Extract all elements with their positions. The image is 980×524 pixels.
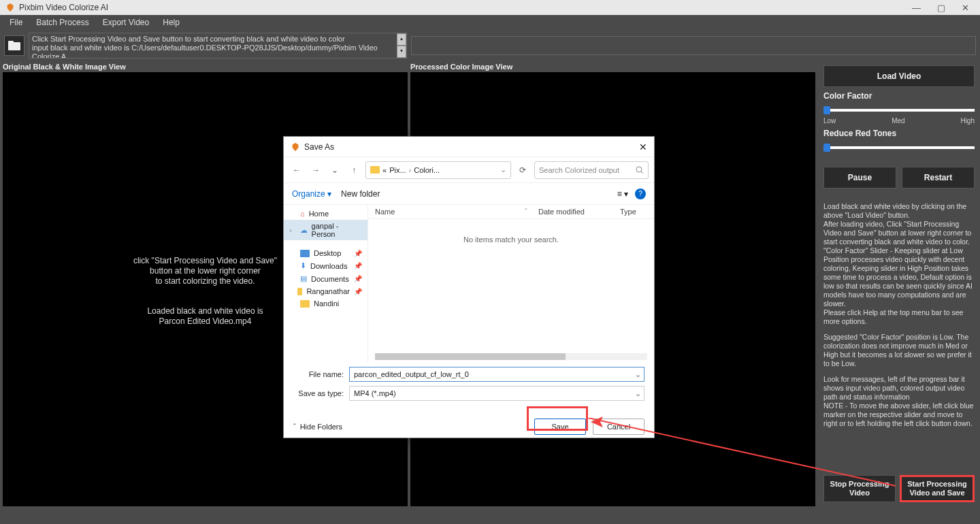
filename-input[interactable]: parcon_edited_output_cf_low_rt_0⌄ bbox=[349, 367, 644, 382]
load-video-button[interactable]: Load Video bbox=[823, 65, 975, 87]
folder-icon bbox=[8, 41, 20, 50]
search-input[interactable]: Search Colorized output bbox=[534, 161, 649, 179]
tree-downloads[interactable]: ⬇Downloads📌 bbox=[284, 259, 368, 272]
dialog-icon bbox=[291, 142, 300, 152]
crumb-1[interactable]: Pix... bbox=[389, 166, 406, 174]
reduce-red-slider[interactable] bbox=[823, 146, 975, 149]
search-placeholder: Search Colorized output bbox=[539, 166, 619, 174]
menu-help[interactable]: Help bbox=[156, 16, 186, 29]
open-file-button[interactable] bbox=[4, 35, 24, 56]
reduce-red-thumb[interactable] bbox=[823, 144, 830, 152]
empty-message: No items match your search. bbox=[368, 219, 654, 353]
download-icon: ⬇ bbox=[300, 261, 306, 270]
color-factor-slider[interactable] bbox=[823, 109, 975, 112]
folder-icon bbox=[297, 288, 303, 295]
pin-icon: 📌 bbox=[354, 262, 362, 269]
restart-button[interactable]: Restart bbox=[902, 167, 975, 189]
svg-point-2 bbox=[636, 167, 642, 172]
cloud-icon: ☁ bbox=[300, 226, 308, 235]
tree-documents[interactable]: ▤Documents📌 bbox=[284, 272, 368, 285]
dialog-close-button[interactable]: ✕ bbox=[639, 142, 647, 152]
organize-menu[interactable]: Organize ▾ bbox=[292, 189, 331, 199]
desktop-icon bbox=[300, 250, 310, 257]
svg-rect-1 bbox=[8, 41, 14, 44]
document-icon: ▤ bbox=[300, 274, 307, 283]
processed-view-title: Processed Color Image View bbox=[410, 61, 815, 72]
file-list: Name ˆ Date modified Type No items match… bbox=[368, 205, 654, 363]
horizontal-scrollbar[interactable] bbox=[375, 353, 647, 360]
toolbar: Click Start Processing Video and Save bu… bbox=[0, 30, 980, 61]
menu-batch[interactable]: Batch Process bbox=[29, 16, 95, 29]
col-date[interactable]: Date modified bbox=[538, 208, 620, 216]
status-line-1: Click Start Processing Video and Save bu… bbox=[32, 35, 404, 44]
cancel-button[interactable]: Cancel bbox=[593, 419, 644, 435]
home-icon: ⌂ bbox=[300, 210, 305, 218]
menubar: File Batch Process Export Video Help bbox=[0, 15, 980, 30]
progress-input[interactable] bbox=[411, 36, 976, 55]
pin-icon: 📌 bbox=[354, 250, 362, 257]
filename-label: File name: bbox=[293, 370, 349, 378]
chevron-down-icon[interactable]: ⌄ bbox=[635, 370, 641, 379]
app-title: Pixbim Video Colorize AI bbox=[19, 3, 108, 12]
titlebar: Pixbim Video Colorize AI — ▢ ✕ bbox=[0, 0, 980, 15]
nav-up-button[interactable]: ↑ bbox=[346, 163, 361, 178]
status-line-2: input black and white video is C:/Users/… bbox=[32, 44, 404, 59]
help-text-1: Load black and white video by clicking o… bbox=[823, 202, 975, 326]
folder-icon bbox=[300, 300, 310, 308]
pause-button[interactable]: Pause bbox=[823, 167, 896, 189]
original-view-title: Original Black & White Image View bbox=[3, 61, 408, 72]
hide-folders-button[interactable]: ˆ Hide Folders bbox=[293, 423, 342, 431]
new-folder-button[interactable]: New folder bbox=[341, 189, 380, 199]
nav-back-button[interactable]: ← bbox=[289, 163, 304, 178]
col-type[interactable]: Type bbox=[620, 208, 647, 216]
tree-ranga[interactable]: Ranganathar📌 bbox=[284, 285, 368, 297]
sort-indicator-icon: ˆ bbox=[525, 208, 538, 216]
crumb-prefix: « bbox=[382, 166, 387, 174]
tree-desktop[interactable]: Desktop📌 bbox=[284, 247, 368, 259]
tree-personal[interactable]: ›☁ganpal - Person bbox=[284, 220, 368, 240]
start-processing-button[interactable]: Start Processing Video and Save bbox=[900, 475, 975, 502]
search-icon bbox=[636, 166, 644, 174]
folder-icon bbox=[370, 166, 380, 174]
status-message-box: Click Start Processing Video and Save bu… bbox=[29, 33, 407, 59]
pin-icon: 📌 bbox=[354, 275, 362, 282]
refresh-button[interactable]: ⟳ bbox=[515, 163, 530, 178]
tick-med: Med bbox=[892, 117, 904, 125]
stop-processing-button[interactable]: Stop Processing Video bbox=[823, 475, 896, 502]
tick-high: High bbox=[960, 117, 975, 125]
address-bar[interactable]: « Pix... › Colori... ⌄ bbox=[365, 161, 511, 179]
svg-line-3 bbox=[641, 171, 643, 174]
tree-nandini[interactable]: Nandini bbox=[284, 297, 368, 310]
menu-file[interactable]: File bbox=[3, 16, 29, 29]
chevron-up-icon: ˆ bbox=[293, 423, 296, 431]
sidebar: Load Video Color Factor Low Med High Red… bbox=[818, 61, 980, 506]
reduce-red-label: Reduce Red Tones bbox=[823, 129, 975, 138]
crumb-2[interactable]: Colori... bbox=[414, 166, 440, 174]
tree-home[interactable]: ⌂Home bbox=[284, 208, 368, 220]
folder-tree: ⌂Home ›☁ganpal - Person Desktop📌 ⬇Downlo… bbox=[284, 205, 368, 363]
save-button[interactable]: Save bbox=[534, 419, 586, 435]
savetype-select[interactable]: MP4 (*.mp4)⌄ bbox=[349, 386, 644, 401]
nav-forward-button[interactable]: → bbox=[308, 163, 323, 178]
help-text-2: Suggested "Color Factor" position is Low… bbox=[823, 333, 975, 368]
dialog-title: Save As bbox=[304, 142, 334, 152]
minimize-button[interactable]: — bbox=[912, 3, 921, 13]
col-name[interactable]: Name bbox=[375, 208, 525, 216]
help-text-3: Look for messages, left of the progress … bbox=[823, 375, 975, 428]
tick-low: Low bbox=[823, 117, 836, 125]
view-mode-button[interactable]: ≡ ▾ bbox=[617, 189, 628, 199]
menu-export[interactable]: Export Video bbox=[96, 16, 157, 29]
savetype-label: Save as type: bbox=[293, 389, 349, 397]
chevron-down-icon[interactable]: ⌄ bbox=[635, 389, 641, 398]
pin-icon: 📌 bbox=[354, 288, 362, 295]
color-factor-label: Color Factor bbox=[823, 91, 975, 101]
save-as-dialog: Save As ✕ ← → ⌄ ↑ « Pix... › Colori... ⌄… bbox=[283, 136, 655, 438]
maximize-button[interactable]: ▢ bbox=[937, 3, 945, 13]
close-button[interactable]: ✕ bbox=[962, 3, 969, 13]
app-icon bbox=[5, 3, 15, 12]
help-button[interactable]: ? bbox=[635, 189, 646, 199]
color-factor-thumb[interactable] bbox=[823, 106, 830, 114]
status-scroll[interactable]: ▴▾ bbox=[397, 33, 406, 58]
nav-recent-button[interactable]: ⌄ bbox=[327, 163, 342, 178]
